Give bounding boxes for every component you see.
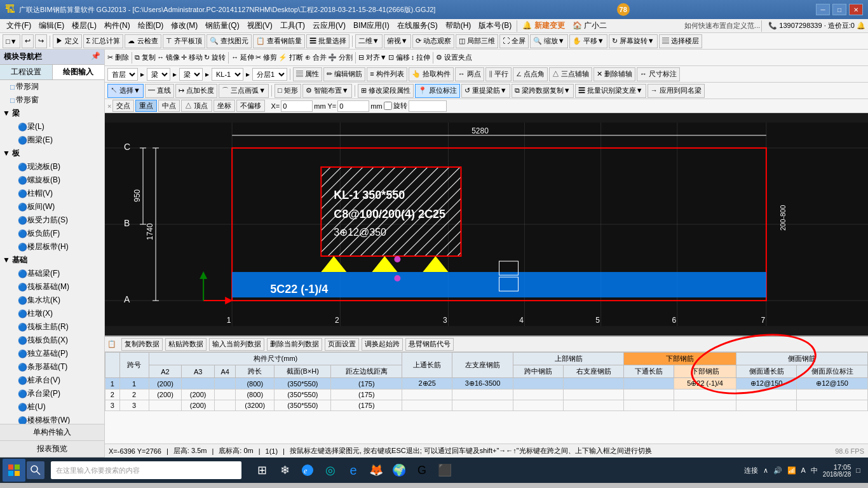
menu-cloud[interactable]: 云应用(V) xyxy=(309,19,349,32)
rotate-btn[interactable]: ↻ 旋转 xyxy=(204,53,226,62)
tb-rotate-btn[interactable]: ↻ 屏幕旋转▼ xyxy=(609,34,658,48)
sidebar-item-sump[interactable]: 🔵 集水坑(K) xyxy=(0,294,104,307)
tb-fullscreen-btn[interactable]: ⛶ 全屏 xyxy=(499,34,529,48)
mod-seg-prop-btn[interactable]: ⊞ 修改梁段属性 xyxy=(358,84,414,98)
in-situ-mark-btn[interactable]: 📍 原位标注 xyxy=(415,84,460,98)
copy-btn[interactable]: ⧉ 复制 xyxy=(135,53,156,62)
taskbar-icon-8[interactable]: G xyxy=(412,460,432,480)
member-type-select[interactable]: 梁 xyxy=(147,68,170,81)
sidebar-item-strip-hole[interactable]: □带形洞 xyxy=(0,80,104,93)
level-select[interactable]: 分层1 xyxy=(252,68,287,81)
table-row[interactable]: 2 2 (200) (200) (800) (350*550) (175) xyxy=(105,390,868,400)
tray-lang-a[interactable]: A xyxy=(801,466,806,474)
snap-nooffset-btn[interactable]: 不偏移 xyxy=(236,100,265,112)
tb-top-view-btn[interactable]: 俯视▼ xyxy=(384,34,411,48)
maximize-button[interactable]: □ xyxy=(832,4,846,15)
floor-select[interactable]: 首层 xyxy=(107,68,138,81)
sidebar-item-ring-beam[interactable]: 🔵 圈梁(E) xyxy=(0,133,104,147)
arc-btn[interactable]: ⌒ 三点画弧▼ xyxy=(219,84,269,98)
component-list-btn[interactable]: ≡ 构件列表 xyxy=(367,67,407,81)
td-left-seat[interactable] xyxy=(452,390,513,400)
tb-new-btn[interactable]: □▼ xyxy=(3,34,20,48)
taskbar-icon-9[interactable]: ⬛ xyxy=(435,460,455,480)
td-a2[interactable]: (200) xyxy=(149,378,182,390)
tb-cloud-check-btn[interactable]: ☁ 云检查 xyxy=(125,34,161,48)
menu-file[interactable]: 文件(F) xyxy=(3,19,35,32)
minimize-button[interactable]: ─ xyxy=(816,4,830,15)
sidebar-item-pile-cap[interactable]: 🔵 桩承台(V) xyxy=(0,374,104,387)
snap-endpoint-btn[interactable]: 重点 xyxy=(135,100,157,112)
stretch-btn[interactable]: ↕ 拉伸 xyxy=(411,53,431,62)
taskbar-icon-6[interactable]: 🦊 xyxy=(366,460,386,480)
taskbar-icon-4[interactable]: ◎ xyxy=(320,460,341,480)
td-left-seat[interactable]: 3⊕16-3500 xyxy=(452,378,513,390)
sidebar-item-slab-group[interactable]: ▼ 板 xyxy=(0,147,104,160)
td-side-through[interactable]: ⊕12@150 xyxy=(736,378,796,390)
td-section-dim[interactable]: (350*550) xyxy=(275,390,331,400)
trim-btn[interactable]: ✂ 修剪 xyxy=(255,53,277,62)
td-side-note[interactable] xyxy=(797,390,868,400)
sidebar-tab-drawing[interactable]: 绘图输入 xyxy=(53,65,105,79)
menu-edit[interactable]: 编辑(E) xyxy=(35,19,68,32)
td-lower-rebar-detail[interactable]: 5⊕22 (-1)/4 xyxy=(674,378,736,390)
td-lower-through[interactable] xyxy=(624,378,674,390)
td-dist[interactable]: (175) xyxy=(331,378,402,390)
menu-rebar-qty[interactable]: 钢筋量(Q) xyxy=(201,19,243,32)
batch-id-btn[interactable]: ☰ 批量识别梁支座▼ xyxy=(575,84,646,98)
edit-rebar-btn[interactable]: ✏ 编辑钢筋 xyxy=(323,67,365,81)
menu-guangxiao[interactable]: 🏠 广小二 xyxy=(569,19,611,32)
sidebar-item-spiral-slab[interactable]: 🔵 螺旋板(B) xyxy=(0,173,104,187)
cortana-search-icon[interactable] xyxy=(27,461,44,479)
td-a4[interactable] xyxy=(214,400,235,411)
snap-rotate-check[interactable] xyxy=(384,102,392,110)
tb-undo-btn[interactable]: ↩ xyxy=(22,34,34,48)
sidebar-item-stair-band[interactable]: 🔵 楼梯板带(W) xyxy=(0,414,104,424)
tb-2d-btn[interactable]: 二维▼ xyxy=(355,34,383,48)
three-point-axis-btn[interactable]: △ 三点辅轴 xyxy=(549,67,592,81)
snap-coord-btn[interactable]: 坐标 xyxy=(214,100,235,112)
offset-btn[interactable]: ⊡ 偏移 xyxy=(388,53,410,62)
tb-batch-select-btn[interactable]: ☰ 批量选择 xyxy=(306,34,349,48)
page-setup-btn[interactable]: 页面设置 xyxy=(325,338,359,351)
menu-view[interactable]: 视图(V) xyxy=(243,19,276,32)
sidebar-item-floor-band[interactable]: 🔵 楼层板带(H) xyxy=(0,240,104,254)
point-extend-btn[interactable]: ↦ 点加长度 xyxy=(175,84,217,98)
td-a2[interactable] xyxy=(149,400,182,411)
td-section-dim[interactable]: (350*550) xyxy=(275,378,331,390)
tb-view-rebar-btn[interactable]: 📋 查看钢筋量 xyxy=(253,34,305,48)
menu-component[interactable]: 构件(N) xyxy=(100,19,134,32)
sidebar-item-cast-slab[interactable]: 🔵 现浇板(B) xyxy=(0,160,104,173)
tb-dynamic-btn[interactable]: ⟳ 动态观察 xyxy=(412,34,454,48)
sidebar-item-raft-neg[interactable]: 🔵 筏板负筋(X) xyxy=(0,334,104,347)
pick-component-btn[interactable]: 👆 拾取构件 xyxy=(409,67,454,81)
snap-y-input[interactable] xyxy=(337,100,369,112)
merge-btn[interactable]: ⊕ 合并 xyxy=(305,53,327,62)
close-button[interactable]: ✕ xyxy=(849,4,863,15)
sidebar-item-ind-found[interactable]: 🔵 独立基础(P) xyxy=(0,347,104,360)
property-btn[interactable]: ▤ 属性 xyxy=(293,67,322,81)
apply-same-btn[interactable]: → 应用到同名梁 xyxy=(648,84,705,98)
sidebar-item-slab-rebar[interactable]: 🔵 板受力筋(S) xyxy=(0,214,104,227)
sidebar-item-slab-gap[interactable]: 🔵 板间(W) xyxy=(0,200,104,214)
copy-span-data-btn[interactable]: 复制跨数据 xyxy=(121,338,163,351)
sidebar-item-found-beam[interactable]: 🔵 基础梁(F) xyxy=(0,267,104,280)
sidebar-item-strip-found[interactable]: 🔵 条形基础(T) xyxy=(0,360,104,374)
smart-layout-btn[interactable]: ⚙ 智能布置▼ xyxy=(302,84,352,98)
menu-version[interactable]: 版本号(B) xyxy=(475,19,515,32)
sidebar-pin-icon[interactable]: 📌 xyxy=(91,51,100,62)
move-btn[interactable]: ✛ 移动 xyxy=(181,53,203,62)
td-section-dim[interactable]: (350*550) xyxy=(275,400,331,411)
rect-btn[interactable]: □ 矩形 xyxy=(275,84,301,98)
menu-floor[interactable]: 楼层(L) xyxy=(68,19,100,32)
td-right-seat[interactable] xyxy=(563,390,623,400)
td-span-len[interactable]: (800) xyxy=(236,378,275,390)
two-point-btn[interactable]: ↔ 两点 xyxy=(455,67,484,81)
delete-btn[interactable]: ✂ 删除 xyxy=(107,53,129,62)
td-dist[interactable]: (175) xyxy=(331,390,402,400)
table-row[interactable]: 3 3 (200) (3200) (350*550) (175) xyxy=(105,400,868,411)
swap-start-span-btn[interactable]: 调换起始跨 xyxy=(362,338,403,351)
snap-intersection-btn[interactable]: 交点 xyxy=(112,100,134,112)
td-side-note[interactable]: ⊕12@150 xyxy=(797,378,868,390)
snap-rotate-input[interactable] xyxy=(409,100,447,112)
sidebar-tab-settings[interactable]: 工程设置 xyxy=(0,65,53,79)
